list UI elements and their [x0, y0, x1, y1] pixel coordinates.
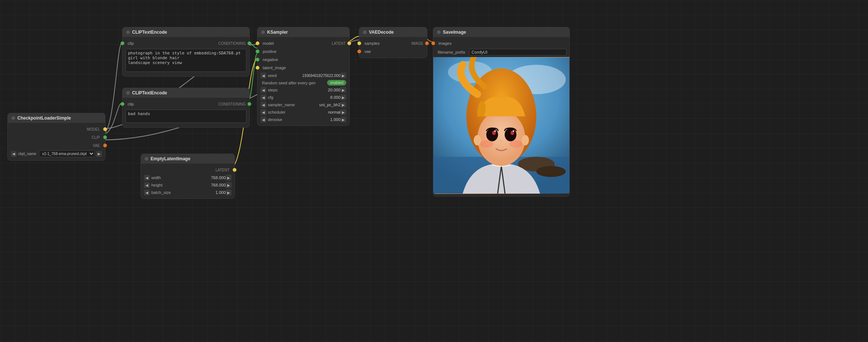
svg-point-5	[536, 166, 566, 177]
vae-output-label: VAE	[93, 144, 100, 148]
image-svg	[433, 57, 569, 194]
height-param-label: height	[150, 183, 203, 187]
latent-image-input-connector[interactable]	[256, 66, 259, 70]
clip-output-connector[interactable]	[103, 135, 107, 139]
clip-text-encode-pos-node: CLIPTextEncode clip CONDITIONING photogr…	[122, 27, 250, 77]
height-next-btn[interactable]: ▶	[226, 182, 232, 188]
width-param-row: ◀ width 768.000 ▶	[141, 174, 235, 181]
checkpoint-loader-dot	[11, 116, 15, 120]
ksampler-node: KSampler model LATENT positive negative …	[257, 27, 350, 126]
conditioning-output-label-pos: CONDITIONING	[218, 41, 246, 46]
steps-prev-btn[interactable]: ◀	[260, 87, 266, 93]
seed-prev-btn[interactable]: ◀	[260, 73, 266, 78]
filename-prefix-input[interactable]	[469, 49, 566, 56]
positive-prompt-textarea[interactable]: photograph in the style of embedding:SDA…	[125, 49, 246, 72]
negative-prompt-textarea[interactable]: bad hands	[125, 110, 246, 123]
conditioning-output-connector-neg[interactable]	[248, 102, 251, 106]
latent-output-connector[interactable]	[233, 168, 236, 172]
ksampler-dot	[261, 30, 265, 34]
image-output-connector[interactable]	[425, 41, 429, 45]
height-prev-btn[interactable]: ◀	[144, 182, 150, 188]
width-param-label: width	[150, 175, 203, 180]
clip-input-connector-pos[interactable]	[121, 41, 124, 45]
images-input-row: images	[433, 39, 569, 47]
clip-input-label-neg: clip	[128, 102, 218, 106]
model-input-connector[interactable]	[256, 41, 259, 45]
seed-next-btn[interactable]: ▶	[340, 73, 346, 78]
checkpoint-loader-title: CheckpointLoaderSimple	[17, 115, 71, 121]
latent-output-connector-k[interactable]	[347, 41, 351, 45]
image-output-label: IMAGE	[411, 41, 423, 46]
samples-input-connector[interactable]	[357, 41, 361, 45]
clip-output-row: CLIP	[8, 133, 105, 141]
width-next-btn[interactable]: ▶	[226, 175, 232, 181]
sampler-name-param-value: uni_pc_bh2	[318, 103, 340, 107]
random-seed-toggle[interactable]: enabled	[327, 80, 346, 86]
model-output-connector[interactable]	[103, 127, 107, 131]
svg-point-10	[505, 128, 517, 141]
ckpt-name-row: ◀ ckpt_name v2-1_768-ema-pruned.ckpt ▶	[8, 150, 105, 158]
samples-input-row: samples IMAGE	[359, 39, 427, 47]
ckpt-name-label: ckpt_name	[18, 152, 37, 156]
checkpoint-loader-body: MODEL CLIP VAE ◀ ckpt_name v2-1_768-ema-…	[8, 123, 105, 160]
seed-param-row: ◀ seed 193694018275622.000 ▶	[258, 72, 349, 79]
clip-input-connector-neg[interactable]	[121, 102, 124, 106]
vae-decode-body: samples IMAGE vae	[359, 37, 427, 58]
empty-latent-body: LATENT ◀ width 768.000 ▶ ◀ height 768.00…	[141, 164, 235, 198]
width-param-value: 768.000	[203, 175, 226, 180]
cfg-next-btn[interactable]: ▶	[340, 94, 346, 100]
clip-text-encode-neg-node: CLIPTextEncode clip CONDITIONING bad han…	[122, 88, 250, 128]
conditioning-output-connector-pos[interactable]	[248, 41, 251, 45]
clip-input-label-pos: clip	[128, 41, 218, 46]
steps-param-value: 20.000	[318, 88, 340, 92]
svg-point-17	[474, 135, 481, 145]
scheduler-param-value: normal	[318, 110, 340, 114]
batch-size-param-label: batch_size	[150, 190, 203, 195]
vae-output-row: VAE	[8, 141, 105, 150]
denoise-prev-btn[interactable]: ◀	[260, 117, 266, 123]
seed-param-value: 193694018275622.000	[302, 74, 340, 78]
clip-text-encode-neg-dot	[126, 91, 130, 95]
scheduler-prev-btn[interactable]: ◀	[260, 109, 266, 115]
batch-size-prev-btn[interactable]: ◀	[144, 190, 150, 195]
denoise-next-btn[interactable]: ▶	[340, 117, 346, 123]
save-image-node: SaveImage images filename_prefix	[433, 27, 570, 197]
vae-input-connector[interactable]	[357, 50, 361, 53]
width-prev-btn[interactable]: ◀	[144, 175, 150, 181]
latent-image-input-row: latent_image	[258, 64, 349, 72]
empty-latent-dot	[145, 157, 148, 161]
scheduler-param-row: ◀ scheduler normal ▶	[258, 108, 349, 116]
filename-prefix-label: filename_prefix	[436, 50, 467, 54]
generated-image-preview	[433, 57, 569, 194]
steps-next-btn[interactable]: ▶	[340, 87, 346, 93]
clip-output-label: CLIP	[92, 135, 100, 140]
denoise-param-row: ◀ denoise 1.000 ▶	[258, 116, 349, 123]
positive-input-connector[interactable]	[256, 50, 259, 53]
ckpt-next-btn[interactable]: ▶	[96, 151, 102, 157]
model-input-row: model LATENT	[258, 39, 349, 47]
ckpt-prev-btn[interactable]: ◀	[11, 151, 17, 157]
denoise-param-label: denoise	[266, 117, 318, 122]
sampler-prev-btn[interactable]: ◀	[260, 102, 266, 108]
vae-output-connector[interactable]	[103, 144, 107, 147]
clip-text-encode-neg-header: CLIPTextEncode	[122, 88, 249, 98]
vae-decode-node: VAEDecode samples IMAGE vae	[359, 27, 427, 58]
clip-input-row-neg: clip CONDITIONING	[122, 100, 249, 108]
empty-latent-node: EmptyLatentImage LATENT ◀ width 768.000 …	[141, 154, 235, 199]
clip-text-encode-pos-body: clip CONDITIONING photograph in the styl…	[122, 37, 249, 76]
cfg-prev-btn[interactable]: ◀	[260, 94, 266, 100]
batch-size-next-btn[interactable]: ▶	[226, 190, 232, 195]
positive-input-row: positive	[258, 47, 349, 56]
batch-size-param-row: ◀ batch_size 1.000 ▶	[141, 189, 235, 196]
batch-size-param-value: 1.000	[203, 190, 226, 195]
ksampler-header: KSampler	[258, 27, 349, 37]
samples-input-label: samples	[364, 41, 411, 46]
ckpt-name-select[interactable]: v2-1_768-ema-pruned.ckpt	[39, 150, 95, 157]
steps-param-row: ◀ steps 20.000 ▶	[258, 86, 349, 94]
sampler-next-btn[interactable]: ▶	[340, 102, 346, 108]
vae-decode-title: VAEDecode	[369, 30, 394, 35]
scheduler-next-btn[interactable]: ▶	[340, 109, 346, 115]
save-image-body: images filename_prefix	[433, 37, 569, 196]
negative-input-connector[interactable]	[256, 58, 259, 61]
images-input-connector[interactable]	[431, 41, 435, 45]
